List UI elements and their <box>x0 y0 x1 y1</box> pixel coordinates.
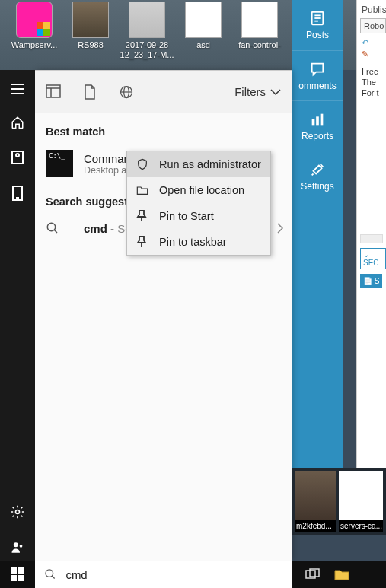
comments-icon <box>309 61 326 78</box>
scope-apps-icon[interactable] <box>46 84 61 100</box>
chevron-right-icon[interactable] <box>276 222 284 234</box>
thumbnail-preview[interactable]: servers-ca... <box>339 471 383 532</box>
ctx-pin-to-taskbar[interactable]: Pin to taskbar <box>127 229 270 255</box>
svg-point-15 <box>14 542 18 547</box>
device-icon[interactable] <box>12 186 23 201</box>
svg-rect-4 <box>312 119 315 125</box>
hamburger-icon[interactable] <box>11 84 24 94</box>
taskbar <box>0 561 386 588</box>
best-match-heading: Best match <box>35 126 292 145</box>
svg-point-11 <box>16 154 19 157</box>
task-view-icon[interactable] <box>305 568 321 580</box>
rail-label: Reports <box>301 131 333 141</box>
reports-icon <box>309 111 326 128</box>
svg-point-29 <box>46 570 53 577</box>
right-panel-heading: Publis <box>357 3 386 15</box>
svg-point-14 <box>16 510 20 514</box>
rail-label: Posts <box>306 30 329 40</box>
pin-icon <box>136 236 150 248</box>
settings-gear-icon[interactable] <box>10 504 25 520</box>
ctx-item-label: Open file location <box>159 184 244 196</box>
desktop-icon-wampserver[interactable]: Wampserv... <box>6 0 62 59</box>
search-icon <box>44 567 56 581</box>
security-badge[interactable]: ⌄ SEC <box>360 248 386 269</box>
undo-icon[interactable]: ↶ <box>362 38 368 48</box>
start-left-rail <box>0 70 35 561</box>
right-panel-tab[interactable]: Robo <box>360 18 386 33</box>
right-text-line: The <box>357 76 386 87</box>
svg-rect-5 <box>316 116 319 125</box>
filters-dropdown[interactable]: Filters <box>234 85 281 98</box>
svg-rect-28 <box>18 575 24 581</box>
search-input[interactable] <box>65 568 282 581</box>
ctx-run-as-administrator[interactable]: Run as administrator <box>127 151 270 177</box>
thumbnail-caption: servers-ca... <box>339 520 383 532</box>
context-menu: Run as administrator Open file location … <box>126 151 271 256</box>
taskbar-search-box[interactable] <box>35 561 292 588</box>
tools-icon <box>309 161 326 178</box>
taskbar-thumbnails: m2kfebd... servers-ca... <box>292 468 386 535</box>
search-panel: Filters Best match C:\_ Command P Deskto… <box>35 70 292 561</box>
folder-icon <box>136 185 150 195</box>
ctx-open-file-location[interactable]: Open file location <box>127 177 270 203</box>
svg-line-30 <box>52 576 54 578</box>
svg-rect-17 <box>46 85 60 97</box>
ctx-item-label: Pin to Start <box>159 210 214 222</box>
edit-icon[interactable]: ✎ <box>362 49 368 59</box>
thumbnail-preview[interactable]: m2kfebd... <box>295 471 336 532</box>
home-icon[interactable] <box>11 116 24 129</box>
desktop-icon-asd[interactable]: asd <box>175 0 231 59</box>
thumbnail-caption: m2kfebd... <box>295 520 336 532</box>
search-scope-bar: Filters <box>35 71 292 113</box>
admin-shield-icon <box>136 158 150 170</box>
blue-button[interactable]: 📄 S <box>360 274 382 288</box>
start-button[interactable] <box>0 561 35 588</box>
svg-rect-27 <box>11 575 17 581</box>
apps-icon[interactable] <box>11 151 24 164</box>
chevron-down-icon <box>270 88 281 96</box>
filters-label: Filters <box>234 85 266 98</box>
ctx-pin-to-start[interactable]: Pin to Start <box>127 203 270 229</box>
search-icon <box>46 221 73 235</box>
svg-rect-26 <box>18 567 24 574</box>
ctx-item-label: Run as administrator <box>159 158 261 170</box>
scope-documents-icon[interactable] <box>84 84 96 100</box>
suggestion-term: cmd <box>84 222 107 235</box>
svg-rect-6 <box>321 113 324 125</box>
svg-rect-25 <box>11 567 17 574</box>
rail-item-reports[interactable]: Reports <box>292 100 343 151</box>
scrollbar-horizontal[interactable] <box>360 234 383 243</box>
ctx-item-label: Pin to taskbar <box>159 236 227 248</box>
posts-icon <box>309 10 326 27</box>
desktop-icon-screenshot[interactable]: 2017-09-28 12_23_17-M... <box>119 0 175 59</box>
right-panel: Publis Robo ↶ ✎ I rec The For t ⌄ SEC 📄 … <box>356 0 386 468</box>
command-prompt-icon: C:\_ <box>46 150 73 177</box>
rail-item-settings[interactable]: Settings <box>292 151 343 201</box>
rail-label: omments <box>298 81 336 91</box>
right-text-line: I rec <box>357 65 386 76</box>
rail-item-posts[interactable]: Posts <box>292 0 343 50</box>
desktop-icon-rs988[interactable]: RS988 <box>62 0 119 59</box>
app-nav-rail: Posts omments Reports Settings <box>292 0 343 468</box>
rail-item-comments[interactable]: omments <box>292 50 343 100</box>
svg-line-24 <box>54 230 57 233</box>
right-text-line: For t <box>357 87 386 97</box>
svg-point-16 <box>20 545 23 548</box>
file-explorer-icon[interactable] <box>334 568 349 580</box>
svg-point-23 <box>47 223 56 231</box>
windows-logo-icon <box>11 567 24 581</box>
user-icon[interactable] <box>11 541 24 555</box>
desktop-icon-fan-control[interactable]: fan-control- <box>231 0 288 59</box>
rail-label: Settings <box>301 181 333 192</box>
pin-icon <box>136 210 150 222</box>
scope-web-icon[interactable] <box>119 84 134 100</box>
